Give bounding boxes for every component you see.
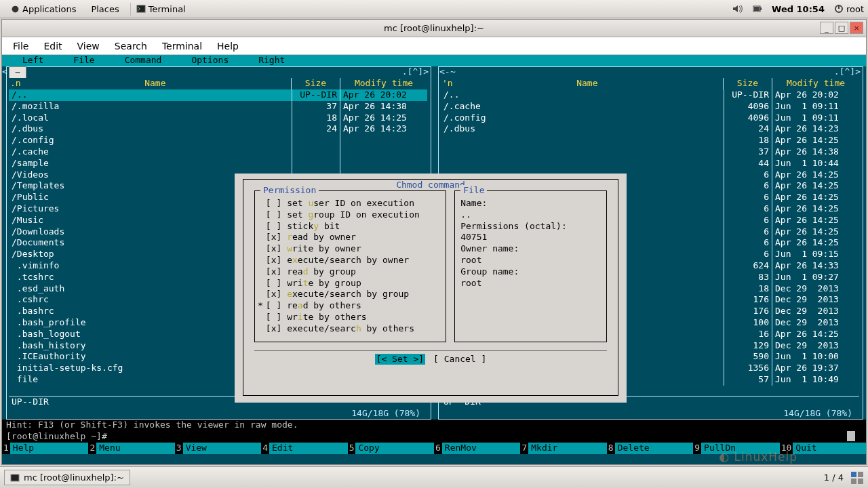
perm-checkbox[interactable]: [x] write by owner <box>260 243 440 255</box>
set-button[interactable]: [< Set >] <box>375 354 425 365</box>
right-diskfree: 14G/18G (78%) <box>783 408 852 420</box>
file-row[interactable]: /.config <box>9 135 427 146</box>
power-icon <box>834 4 844 14</box>
fkey-edit[interactable]: 4Edit <box>261 443 347 454</box>
file-octal: 40751 <box>460 232 601 243</box>
svg-rect-4 <box>754 7 760 11</box>
battery-icon[interactable] <box>753 4 762 14</box>
fkey-quit[interactable]: 10Quit <box>780 443 866 454</box>
file-name: .. <box>460 209 601 221</box>
minimize-button[interactable]: _ <box>820 22 833 34</box>
foot-icon <box>11 5 20 14</box>
file-row[interactable]: /.dbus24Apr 26 14:23 <box>9 123 427 135</box>
left-sortkey[interactable]: .nName <box>9 78 292 89</box>
permission-section: Permission [ ] set user ID on execution … <box>254 190 446 342</box>
fkey-menu[interactable]: 2Menu <box>88 443 174 454</box>
file-group: root <box>460 278 601 289</box>
applications-menu[interactable]: Applications <box>4 3 83 16</box>
file-row[interactable]: /.config4096Jun 1 09:11 <box>441 113 859 124</box>
chmod-dialog: Chmod command Permission [ ] set user ID… <box>235 174 627 403</box>
file-row[interactable]: 18Apr 26 14:25 <box>441 135 859 146</box>
file-owner: root <box>460 255 601 266</box>
cancel-button[interactable]: [ Cancel ] <box>433 354 486 365</box>
term-menu-terminal[interactable]: Terminal <box>155 39 209 54</box>
show-desktop-icon[interactable] <box>850 471 864 485</box>
left-path-tab[interactable]: ~ <box>9 66 26 79</box>
window-titlebar[interactable]: mc [root@linuxhelp]:~ _ □ × <box>2 20 866 37</box>
running-app[interactable]: Terminal <box>130 3 191 16</box>
svg-rect-3 <box>760 7 762 10</box>
perm-checkbox[interactable]: [ ] set group ID on execution <box>260 209 440 221</box>
file-row[interactable]: /.cache <box>9 146 427 158</box>
col-mtime[interactable]: Modify time <box>772 78 859 89</box>
terminal-icon <box>136 4 146 14</box>
file-row[interactable]: /.dbus24Apr 26 14:23 <box>441 123 859 135</box>
file-row[interactable]: /.mozilla37Apr 26 14:38 <box>9 101 427 113</box>
perm-checkbox[interactable]: [ ] write by group <box>260 278 440 289</box>
term-menu-file[interactable]: File <box>6 39 35 54</box>
panel-corner[interactable]: .[^]> <box>834 66 861 78</box>
user-menu[interactable]: root <box>834 4 864 14</box>
svg-rect-1 <box>137 5 145 13</box>
fkey-pulldn[interactable]: 9PullDn <box>693 443 779 454</box>
hint-bar: Hint: F13 (or Shift-F3) invokes the view… <box>2 420 866 443</box>
volume-icon[interactable] <box>732 4 743 14</box>
perm-checkbox[interactable]: [x] read by owner <box>260 232 440 243</box>
file-row[interactable]: /.cache4096Jun 1 09:11 <box>441 101 859 113</box>
mc-menu-left[interactable]: Left <box>7 55 58 66</box>
file-row[interactable]: /..UP--DIRApr 26 20:02 <box>441 89 859 101</box>
shell-prompt[interactable]: [root@linuxhelp ~]# <box>6 431 107 441</box>
col-mtime[interactable]: Modify time <box>340 78 427 89</box>
function-keys: 1Help2Menu3View4Edit5Copy6RenMov7Mkdir8D… <box>2 443 866 454</box>
fkey-copy[interactable]: 5Copy <box>348 443 434 454</box>
mc-menu-right[interactable]: Right <box>243 55 300 66</box>
mc-menu-file[interactable]: File <box>58 55 109 66</box>
perm-checkbox[interactable]: [ ] write by others <box>260 312 440 323</box>
taskbar-item[interactable]: mc [root@linuxhelp]:~ <box>4 470 130 485</box>
col-size[interactable]: Size <box>724 78 772 89</box>
fkey-renmov[interactable]: 6RenMov <box>434 443 520 454</box>
perm-checkbox[interactable]: * [ ] read by others <box>260 300 440 312</box>
right-sortkey[interactable]: 'nName <box>441 78 724 89</box>
terminal-icon <box>10 473 20 483</box>
fkey-mkdir[interactable]: 7Mkdir <box>520 443 606 454</box>
places-menu[interactable]: Places <box>84 3 125 16</box>
term-menu-help[interactable]: Help <box>210 39 245 54</box>
file-row[interactable]: /sample <box>9 158 427 169</box>
perm-checkbox[interactable]: [x] execute/search by group <box>260 289 440 300</box>
file-row[interactable]: /.local18Apr 26 14:25 <box>9 113 427 124</box>
panel-corner[interactable]: .[^]> <box>402 66 429 78</box>
term-menu-edit[interactable]: Edit <box>37 39 68 54</box>
file-row[interactable]: 44Jun 1 10:44 <box>441 158 859 169</box>
panel-arrow-right: <- <box>439 66 450 78</box>
clock[interactable]: Wed 10:54 <box>772 4 825 14</box>
left-diskfree: 14G/18G (78%) <box>351 408 420 420</box>
fkey-delete[interactable]: 8Delete <box>607 443 693 454</box>
workspace-indicator[interactable]: 1 / 4 <box>824 472 844 483</box>
perm-checkbox[interactable]: [x] read by group <box>260 266 440 278</box>
fkey-view[interactable]: 3View <box>175 443 261 454</box>
perm-checkbox[interactable]: [x] execute/search by others <box>260 323 440 335</box>
mc-menu-command[interactable]: Command <box>110 55 177 66</box>
perm-checkbox[interactable]: [ ] sticky bit <box>260 221 440 232</box>
close-button[interactable]: × <box>850 22 863 34</box>
window-title: mc [root@linuxhelp]:~ <box>384 23 484 33</box>
term-menu-view[interactable]: View <box>71 39 106 54</box>
terminal-menubar: FileEditViewSearchTerminalHelp <box>2 37 866 55</box>
perm-checkbox[interactable]: [ ] set user ID on execution <box>260 198 440 209</box>
applications-label: Applications <box>22 4 76 14</box>
file-row[interactable]: 37Apr 26 14:38 <box>441 146 859 158</box>
col-size[interactable]: Size <box>292 78 340 89</box>
mc-menubar: LeftFileCommandOptionsRight <box>2 55 866 66</box>
file-section: File Name: .. Permissions (octal): 40751… <box>454 190 607 342</box>
perm-checkbox[interactable]: [x] execute/search by owner <box>260 255 440 266</box>
svg-point-0 <box>12 5 19 12</box>
mc-menu-options[interactable]: Options <box>176 55 243 66</box>
os-top-panel: Applications Places Terminal Wed 10:54 r… <box>0 0 868 18</box>
maximize-button[interactable]: □ <box>835 22 848 34</box>
shell-cursor-icon <box>847 431 855 441</box>
fkey-help[interactable]: 1Help <box>2 443 88 454</box>
file-row[interactable]: /..UP--DIRApr 26 20:02 <box>9 89 427 101</box>
dialog-title: Chmod command <box>392 180 469 191</box>
term-menu-search[interactable]: Search <box>108 39 154 54</box>
